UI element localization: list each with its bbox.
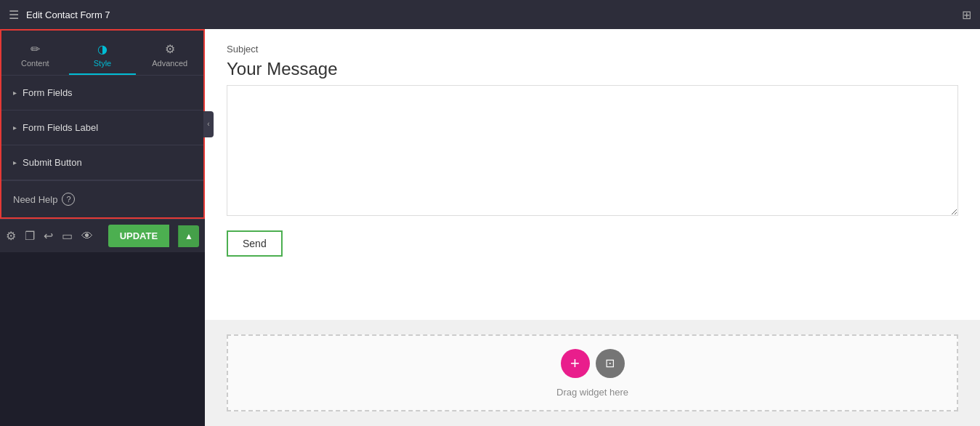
folder-widget-button[interactable]: ⊡ — [596, 349, 625, 378]
collapse-sidebar-handle[interactable]: ‹ — [203, 111, 214, 137]
tab-advanced[interactable]: ⚙ Advanced — [136, 36, 203, 75]
eye-icon[interactable]: 👁 — [81, 230, 93, 243]
form-preview: Subject Your Message Send — [205, 29, 980, 320]
tabs-bar: ✏ Content ◑ Style ⚙ Advanced — [1, 31, 203, 76]
grid-icon[interactable]: ⊞ — [962, 8, 971, 22]
accordion-item-form-fields: ▸ Form Fields — [1, 76, 203, 110]
need-help-label: Need Help — [13, 194, 57, 205]
layers-icon[interactable]: ❐ — [25, 229, 35, 243]
accordion-header-form-fields[interactable]: ▸ Form Fields — [1, 76, 203, 110]
gear-tab-icon: ⚙ — [165, 42, 175, 56]
chevron-right-icon: ▸ — [13, 89, 17, 97]
update-button[interactable]: UPDATE — [108, 225, 169, 247]
settings-icon[interactable]: ⚙ — [6, 229, 16, 243]
chevron-right-icon-3: ▸ — [13, 158, 17, 166]
drop-zone: + ⊡ Drag widget here — [227, 334, 958, 411]
tab-style[interactable]: ◑ Style — [69, 36, 137, 75]
send-button[interactable]: Send — [227, 230, 283, 257]
add-widget-button[interactable]: + — [561, 349, 590, 378]
tab-advanced-label: Advanced — [152, 59, 187, 68]
accordion-label-form-fields-label: Form Fields Label — [23, 122, 98, 133]
subject-label: Subject — [227, 44, 958, 55]
message-label: Your Message — [227, 59, 958, 79]
tab-content-label: Content — [21, 59, 49, 68]
need-help-section: Need Help ? — [1, 180, 203, 217]
help-icon[interactable]: ? — [62, 193, 75, 206]
circle-half-icon: ◑ — [97, 42, 108, 56]
accordion-item-form-fields-label: ▸ Form Fields Label — [1, 110, 203, 145]
accordion: ▸ Form Fields ▸ Form Fields Label ▸ — [1, 76, 203, 180]
accordion-header-submit-button[interactable]: ▸ Submit Button — [1, 145, 203, 180]
accordion-label-submit-button: Submit Button — [23, 157, 82, 168]
tab-content[interactable]: ✏ Content — [1, 36, 69, 75]
chevron-right-icon-2: ▸ — [13, 124, 17, 132]
update-arrow-button[interactable]: ▲ — [178, 225, 199, 247]
accordion-item-submit-button: ▸ Submit Button — [1, 145, 203, 180]
message-textarea[interactable] — [227, 85, 958, 216]
drop-zone-actions: + ⊡ — [561, 349, 625, 378]
tab-style-label: Style — [94, 59, 111, 68]
footer-toolbar: ⚙ ❐ ↩ ▭ 👁 UPDATE ▲ — [0, 219, 205, 252]
canvas-area: Subject Your Message Send + ⊡ Drag widge… — [205, 29, 980, 426]
undo-icon[interactable]: ↩ — [44, 229, 53, 243]
pencil-icon: ✏ — [31, 42, 40, 56]
header-title: Edit Contact Form 7 — [26, 9, 110, 20]
sidebar: ✏ Content ◑ Style ⚙ Advanced — [0, 29, 205, 219]
monitor-icon[interactable]: ▭ — [62, 229, 73, 243]
accordion-header-form-fields-label[interactable]: ▸ Form Fields Label — [1, 110, 203, 145]
accordion-label-form-fields: Form Fields — [23, 87, 73, 98]
top-header: ☰ Edit Contact Form 7 ⊞ — [0, 0, 980, 29]
drop-text: Drag widget here — [556, 387, 628, 398]
hamburger-icon[interactable]: ☰ — [9, 8, 19, 22]
